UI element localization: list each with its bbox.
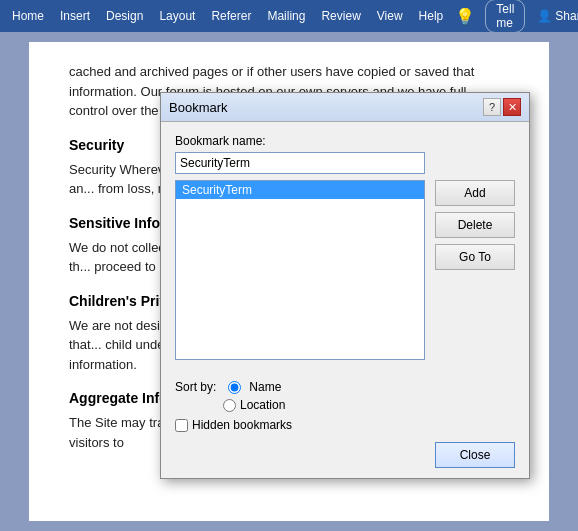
tab-home[interactable]: Home: [4, 0, 52, 32]
tab-view[interactable]: View: [369, 0, 411, 32]
dialog-columns: SecurityTerm Add Delete Go To: [175, 180, 515, 360]
ribbon: Home Insert Design Layout Referer Mailin…: [0, 0, 578, 32]
sort-by-label: Sort by:: [175, 380, 216, 394]
list-item-securityterm[interactable]: SecurityTerm: [176, 181, 424, 199]
dialog-footer: Sort by: Name Location Hidden bookmarks …: [161, 372, 529, 478]
dialog-body: Bookmark name: SecurityTerm Add Delete G…: [161, 122, 529, 372]
tab-insert[interactable]: Insert: [52, 0, 98, 32]
sort-location-label: Location: [240, 398, 285, 412]
close-bottom-row: Close: [175, 442, 515, 468]
sort-name-radio[interactable]: [228, 381, 241, 394]
hidden-bookmarks-checkbox[interactable]: [175, 419, 188, 432]
share-button[interactable]: 👤 Share: [531, 9, 578, 23]
person-icon: 👤: [537, 9, 552, 23]
bookmark-name-input[interactable]: [175, 152, 425, 174]
hidden-bookmarks-label: Hidden bookmarks: [192, 418, 292, 432]
dialog-help-button[interactable]: ?: [483, 98, 501, 116]
delete-button[interactable]: Delete: [435, 212, 515, 238]
sort-location-row: Location: [223, 398, 515, 412]
dialog-titlebar: Bookmark ? ✕: [161, 93, 529, 122]
tell-me-input[interactable]: Tell me: [485, 0, 525, 33]
dialog-action-buttons: Add Delete Go To: [435, 180, 515, 360]
sort-location-radio[interactable]: [223, 399, 236, 412]
document-area: cached and archived pages or if other us…: [0, 32, 578, 531]
add-button[interactable]: Add: [435, 180, 515, 206]
tab-review[interactable]: Review: [313, 0, 368, 32]
lightbulb-icon: 💡: [451, 7, 479, 26]
share-label: Share: [555, 9, 578, 23]
tab-design[interactable]: Design: [98, 0, 151, 32]
dialog-title-buttons: ? ✕: [483, 98, 521, 116]
close-bottom-button[interactable]: Close: [435, 442, 515, 468]
sort-name-label: Name: [249, 380, 281, 394]
ribbon-right: 💡 Tell me 👤 Share: [451, 0, 578, 33]
dialog-title: Bookmark: [169, 100, 228, 115]
bookmark-dialog: Bookmark ? ✕ Bookmark name: SecurityTerm…: [160, 92, 530, 479]
tab-layout[interactable]: Layout: [151, 0, 203, 32]
bookmark-list[interactable]: SecurityTerm: [175, 180, 425, 360]
dialog-close-button[interactable]: ✕: [503, 98, 521, 116]
tab-referer[interactable]: Referer: [203, 0, 259, 32]
goto-button[interactable]: Go To: [435, 244, 515, 270]
sort-row: Sort by: Name: [175, 380, 515, 394]
hidden-bookmarks-row: Hidden bookmarks: [175, 418, 515, 432]
bookmark-name-label: Bookmark name:: [175, 134, 515, 148]
tab-mailing[interactable]: Mailing: [259, 0, 313, 32]
tab-help[interactable]: Help: [411, 0, 452, 32]
